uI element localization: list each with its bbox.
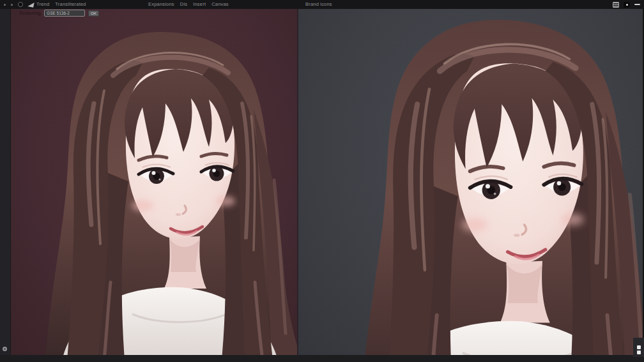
- image-icon[interactable]: [613, 2, 619, 8]
- menu-item[interactable]: Transliterated: [55, 0, 86, 9]
- menu-group-center: Expansions Dis Insert Canvas: [148, 0, 229, 9]
- dot-icon: [4, 4, 6, 6]
- menu-item[interactable]: Dis: [180, 0, 187, 9]
- canvas-overlay-toolbar: Texturing OK: [19, 9, 99, 17]
- portrait-illustration-left: [11, 9, 298, 355]
- dot-icon: [11, 4, 13, 6]
- tool-sidebar[interactable]: [0, 9, 11, 355]
- record-dot-icon[interactable]: [3, 347, 7, 351]
- menu-item[interactable]: Trend: [36, 0, 49, 9]
- notification-icon[interactable]: [624, 2, 630, 8]
- status-bar: [0, 355, 644, 362]
- pen-icon[interactable]: [27, 1, 34, 8]
- scroll-dot-icon[interactable]: [637, 345, 641, 349]
- scrollbar-corner[interactable]: [633, 338, 644, 357]
- ok-button[interactable]: OK: [88, 10, 99, 17]
- menu-bar: Trend Transliterated Expansions Dis Inse…: [0, 0, 644, 9]
- menu-item[interactable]: Brand icons: [305, 0, 332, 9]
- menu-group-mid: Brand icons: [305, 0, 332, 9]
- minimize-icon[interactable]: [634, 4, 640, 5]
- menu-item[interactable]: Canvas: [211, 0, 229, 9]
- overlay-label: Texturing: [19, 11, 41, 15]
- menu-group-left: Trend Transliterated: [36, 0, 86, 9]
- menubar-left-icons: [4, 0, 34, 9]
- canvas-pane-right[interactable]: [298, 9, 643, 355]
- canvas-pane-left[interactable]: [11, 9, 298, 355]
- canvas-area: [11, 9, 644, 355]
- menu-item[interactable]: Expansions: [148, 0, 174, 9]
- menubar-right-icons: [613, 0, 640, 9]
- reference-input[interactable]: [44, 10, 85, 17]
- portrait-illustration-right: [298, 9, 643, 355]
- menu-item[interactable]: Insert: [193, 0, 206, 9]
- scroll-dot-icon[interactable]: [637, 351, 641, 354]
- brush-icon[interactable]: [18, 2, 23, 7]
